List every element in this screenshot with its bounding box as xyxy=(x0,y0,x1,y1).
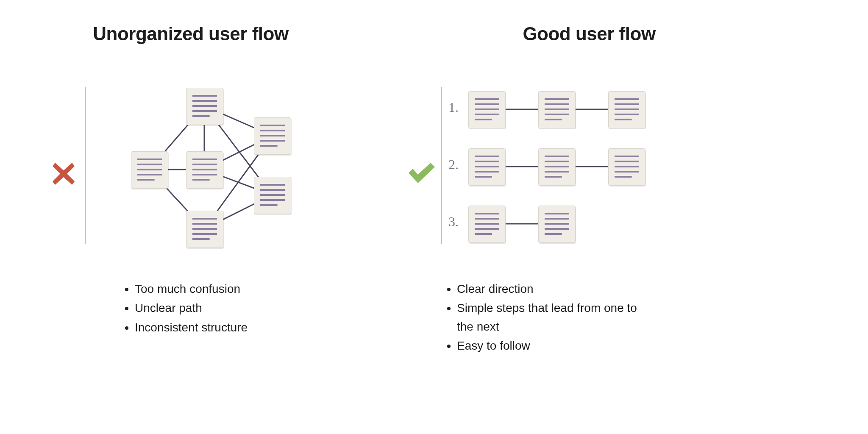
divider-bar xyxy=(441,87,442,244)
bullet-item: Clear direction xyxy=(457,280,640,299)
good-bullets: Clear direction Simple steps that lead f… xyxy=(445,280,640,356)
row-number: 2. xyxy=(448,157,459,172)
flow-node xyxy=(254,117,291,155)
bullet-item: Simple steps that lead from one to the n… xyxy=(457,299,640,337)
flow-node xyxy=(131,151,168,189)
flow-node xyxy=(186,151,223,189)
cross-icon xyxy=(51,161,76,186)
good-title: Good user flow xyxy=(398,23,780,45)
bullet-item: Easy to follow xyxy=(457,337,640,356)
row-number: 3. xyxy=(448,214,459,230)
check-icon xyxy=(407,161,437,185)
flow-node xyxy=(538,206,576,243)
flow-node xyxy=(186,88,223,125)
flow-node xyxy=(254,177,291,214)
flow-node xyxy=(538,91,576,128)
flow-connectors xyxy=(0,0,381,297)
flow-node xyxy=(186,211,223,248)
flow-node xyxy=(608,148,645,186)
flow-node xyxy=(468,148,506,186)
row-number: 1. xyxy=(448,100,459,115)
flow-node xyxy=(608,91,645,128)
bullet-item: Inconsistent structure xyxy=(135,318,335,337)
flow-node xyxy=(538,148,576,186)
flow-node xyxy=(468,91,506,128)
flow-connectors xyxy=(398,0,780,297)
flow-node xyxy=(468,206,506,243)
unorganized-title: Unorganized user flow xyxy=(0,23,381,45)
divider-bar xyxy=(85,87,86,244)
bullet-item: Too much confusion xyxy=(135,280,335,299)
unorganized-bullets: Too much confusion Unclear path Inconsis… xyxy=(123,280,335,337)
bullet-item: Unclear path xyxy=(135,299,335,318)
